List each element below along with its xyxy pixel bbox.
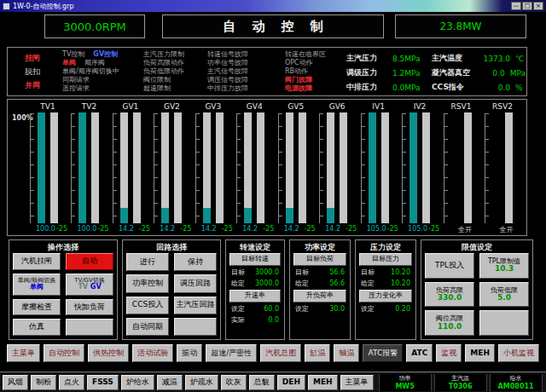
load-high-limit-button[interactable]: 负荷高限 330.0 bbox=[425, 282, 474, 308]
valve-scale-ruler bbox=[444, 113, 450, 223]
valve-position-bar bbox=[203, 112, 211, 223]
blank-button[interactable] bbox=[479, 310, 529, 336]
valve-position-value: 105.0 bbox=[408, 225, 427, 233]
main-steam-pressure-loop-button[interactable]: 主汽压回路 bbox=[174, 297, 217, 314]
friction-check-button[interactable]: 摩擦检查 bbox=[13, 299, 61, 316]
tpl-engage-button[interactable]: TPL投入 bbox=[425, 253, 474, 279]
nav-shaft-temp[interactable]: 轴温 bbox=[334, 344, 359, 362]
readout-unit: MPa bbox=[505, 69, 526, 78]
readout-value: 0.0MPa bbox=[392, 84, 421, 92]
nav-overspeed-tightness[interactable]: 超速/严密性 bbox=[206, 344, 257, 362]
nav-heating-control[interactable]: 供热控制 bbox=[88, 344, 129, 362]
minimize-button[interactable]: — bbox=[511, 2, 521, 10]
auto-mode-button[interactable]: 自动 bbox=[66, 253, 113, 270]
limit-status-column: 主汽压力限制 负荷高限动作 负荷低限动作 阀位限制 超速限制 bbox=[143, 50, 184, 93]
valve-scale-ruler bbox=[319, 113, 325, 223]
valve-name: GV5 bbox=[276, 102, 316, 112]
auto-sync-button[interactable]: 自动同期 bbox=[126, 318, 169, 336]
valve-group-gv2: GV2 14.2-25 bbox=[152, 102, 191, 233]
nav-cylinder-temp[interactable]: 缸温 bbox=[305, 344, 330, 362]
latch-status-column: 挂闸 脱扣 并网 bbox=[25, 51, 40, 92]
fast-unload-button[interactable]: 快卸负荷 bbox=[66, 299, 113, 316]
valve-mode-column: TV控制 GV控制 单阀 顺序阀 单阀/顺序阀切换中 同期请求 遥控请求 bbox=[62, 50, 119, 93]
proceed-button[interactable]: 进行 bbox=[126, 253, 169, 271]
pressure-rate-button[interactable]: 压力变化率 bbox=[359, 290, 412, 303]
ccs-engage-button[interactable]: CCS投入 bbox=[126, 297, 169, 314]
tv-gv-switch-button[interactable]: TV/GV切换 TV GV bbox=[66, 274, 113, 296]
taskbar-sootblow[interactable]: 吹灰 bbox=[221, 375, 247, 390]
taskbar-main-menu[interactable]: 主菜单 bbox=[340, 375, 374, 390]
valve-group-gv6: GV6 14.2-25 bbox=[317, 102, 357, 233]
blank-button[interactable] bbox=[174, 318, 217, 336]
taskbar-overview[interactable]: 总貌 bbox=[249, 375, 275, 390]
single-sequential-valve-switch-button[interactable]: 单阀/顺阀切换 单阀 bbox=[13, 274, 61, 296]
valve-demand-bar bbox=[216, 112, 224, 223]
valve-high-limit-button[interactable]: 阀位高限 110.0 bbox=[425, 310, 474, 336]
valve-name: GV3 bbox=[194, 102, 233, 112]
nav-main-menu[interactable]: 主菜单 bbox=[7, 344, 40, 362]
nav-small-turbine-monitor[interactable]: 小机监视 bbox=[498, 344, 539, 362]
taskbar-ignition[interactable]: 点火 bbox=[59, 375, 84, 390]
nav-monitor[interactable]: 监视 bbox=[436, 344, 462, 362]
misc-readouts: 主汽温度 1373.0 ℃ 凝汽器真空 0.0 MPa CCS指令 0.0 % bbox=[432, 51, 526, 95]
power-control-button[interactable]: 功率控制 bbox=[126, 274, 169, 292]
close-button[interactable]: × bbox=[533, 2, 543, 10]
taskbar-meh[interactable]: MEH bbox=[308, 375, 338, 390]
turbine-latch-button[interactable]: 汽机挂闸 bbox=[13, 253, 61, 270]
valve-position-value: 105.0 bbox=[367, 225, 386, 233]
taskbar-boiler-drain[interactable]: 炉疏水 bbox=[185, 375, 218, 390]
target-speed-button[interactable]: 目标转速 bbox=[229, 253, 281, 266]
load-low-limit-button[interactable]: 负荷低限 5.0 bbox=[479, 282, 529, 308]
maximize-button[interactable]: □ bbox=[522, 2, 532, 10]
pressure-loop-button[interactable]: 调压回路 bbox=[174, 274, 217, 292]
valve-scale-ruler bbox=[154, 113, 160, 223]
blank-button[interactable] bbox=[66, 319, 113, 336]
page-nav-row: 主菜单 自动控制 供热控制 活动试验 振动 超速/严密性 汽机总图 缸温 轴温 … bbox=[7, 344, 539, 362]
nav-atc-alarm[interactable]: ATC报警 bbox=[363, 344, 403, 362]
valve-group-tv2: TV2 100.0-25 bbox=[69, 102, 108, 233]
set-label: 目标 bbox=[295, 268, 309, 277]
valve-name: RSV1 bbox=[442, 102, 481, 112]
tpl-limit-value-button[interactable]: TPL限制值 10.3 bbox=[479, 253, 529, 279]
speed-setting-panel: 转速设定 目标转速 目标3000.0 给定3000.0 升速率 设定60.0 实… bbox=[225, 239, 285, 340]
speed-rate-button[interactable]: 升速率 bbox=[229, 290, 281, 303]
valve-demand-bar bbox=[505, 112, 513, 223]
readout-value: 0.0 bbox=[478, 84, 510, 92]
simulation-button[interactable]: 仿真 bbox=[13, 319, 61, 336]
target-pressure-button[interactable]: 目标压力 bbox=[359, 253, 412, 266]
valve-position-bar bbox=[78, 112, 86, 223]
valve-position-value: 100.0 bbox=[77, 225, 96, 233]
taskbar-fsss[interactable]: FSSS bbox=[87, 375, 119, 390]
power-tag-display: 功率 MW5 bbox=[379, 374, 432, 391]
taskbar-air-flue[interactable]: 风烟 bbox=[3, 375, 28, 390]
hold-button[interactable]: 保持 bbox=[174, 253, 217, 271]
valve-position-value: 100.0 bbox=[36, 225, 55, 233]
window-title: 1W-0-自动控制.grp bbox=[13, 2, 74, 11]
nav-atc[interactable]: ATC bbox=[406, 344, 433, 362]
taskbar-desuperheat[interactable]: 减温 bbox=[157, 375, 183, 390]
nav-turbine-overview[interactable]: 汽机总图 bbox=[260, 344, 301, 362]
set-value: 56.6 bbox=[329, 268, 345, 276]
valve-scale-ruler bbox=[402, 113, 408, 223]
valve-position-bar bbox=[38, 112, 45, 223]
nav-vibration[interactable]: 振动 bbox=[177, 344, 202, 362]
nav-auto-control[interactable]: 自动控制 bbox=[44, 344, 84, 362]
status-light: 负荷低限动作 bbox=[143, 67, 184, 76]
status-light: 转速信号故障 bbox=[207, 50, 248, 59]
set-value: 10.20 bbox=[391, 280, 410, 287]
nav-activity-test[interactable]: 活动试验 bbox=[132, 344, 173, 362]
status-light: 负荷高限动作 bbox=[143, 59, 184, 67]
panel-title: 压力设定 bbox=[359, 242, 412, 253]
load-rate-button[interactable]: 升负荷率 bbox=[293, 290, 346, 303]
status-light: 阀门故障 bbox=[285, 76, 326, 84]
target-load-button[interactable]: 目标负荷 bbox=[293, 253, 346, 266]
taskbar-pulverizing[interactable]: 制粉 bbox=[31, 375, 56, 390]
taskbar-feedwater[interactable]: 炉给水 bbox=[121, 375, 154, 390]
valve-group-tv1: TV1 100.0-25 bbox=[28, 102, 67, 233]
status-light: 转速在临界区 bbox=[285, 50, 326, 59]
loop-select-panel: 回路选择 进行 保持 功率控制 调压回路 CCS投入 主汽压回路 自动同期 bbox=[122, 239, 221, 340]
nav-meh[interactable]: MEH bbox=[465, 344, 495, 362]
status-light: 遥控请求 bbox=[62, 84, 119, 93]
taskbar-deh[interactable]: DEH bbox=[277, 375, 305, 390]
valve-position-bar bbox=[286, 112, 293, 223]
